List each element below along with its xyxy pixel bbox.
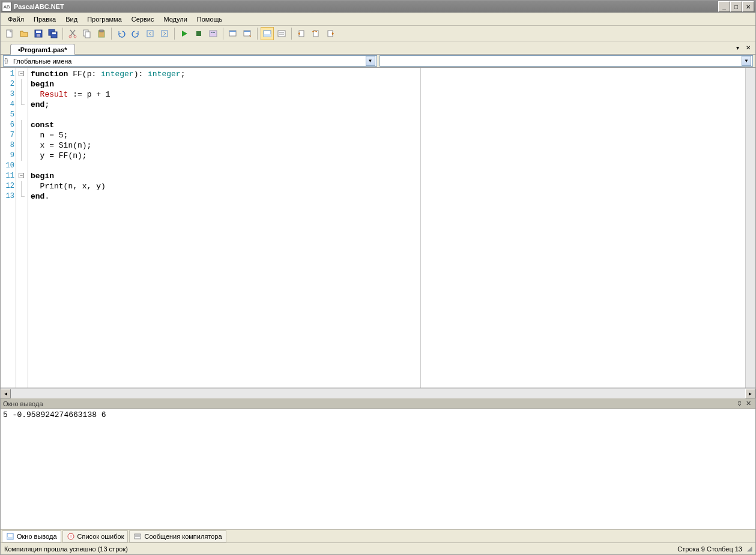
compile-button[interactable] xyxy=(207,27,220,40)
menu-file[interactable]: Файл xyxy=(3,14,29,24)
code-line[interactable]: n = 5; xyxy=(31,130,418,140)
tab-close-icon[interactable]: ✕ xyxy=(743,43,753,52)
fold-line xyxy=(16,89,28,100)
bottom-tabs: Окно вывода ! Список ошибок Сообщения ко… xyxy=(1,529,755,542)
output-text: 5 -0.958924274663138 6 xyxy=(3,410,106,419)
svg-text:!: ! xyxy=(70,534,71,539)
menu-view[interactable]: Вид xyxy=(61,14,82,24)
toolbar-sep-5 xyxy=(257,28,258,40)
scope-combo-text: Глобальные имена xyxy=(5,58,366,65)
bottom-tab-compiler[interactable]: Сообщения компилятора xyxy=(129,530,226,542)
horizontal-scrollbar[interactable]: ◄ ► xyxy=(1,388,755,398)
fold-column: −− xyxy=(16,68,28,388)
menu-modules[interactable]: Модули xyxy=(159,14,192,24)
code-line[interactable]: function FF(p: integer): integer; xyxy=(31,69,418,79)
menu-service[interactable]: Сервис xyxy=(127,14,159,24)
status-left: Компиляция прошла успешно (13 строк) xyxy=(4,545,128,553)
menubar: Файл Правка Вид Программа Сервис Модули … xyxy=(1,13,755,26)
fold-toggle[interactable]: − xyxy=(16,69,28,79)
maximize-button[interactable]: □ xyxy=(730,1,742,12)
resize-grip-icon[interactable]: ◢ xyxy=(742,545,752,553)
output-panel-button[interactable] xyxy=(261,27,274,40)
code-line[interactable]: y = FF(n); xyxy=(31,151,418,161)
menu-edit[interactable]: Правка xyxy=(29,14,61,24)
code-line[interactable]: end; xyxy=(31,100,418,110)
fold-end xyxy=(16,191,28,202)
output-close-icon[interactable]: ✕ xyxy=(744,400,753,407)
code-line[interactable]: begin xyxy=(31,79,418,89)
output-title: Окно вывода xyxy=(3,400,43,407)
pin-icon[interactable]: ⇕ xyxy=(735,400,744,407)
menu-program[interactable]: Программа xyxy=(82,14,127,24)
code-line[interactable]: Print(n, x, y) xyxy=(31,181,418,191)
code-line[interactable]: Result := p + 1 xyxy=(31,89,418,100)
fold-line xyxy=(16,181,28,191)
braces-icon: {} xyxy=(4,58,8,64)
open-file-button[interactable] xyxy=(17,27,31,40)
tab-menu-icon[interactable]: ▾ xyxy=(733,43,742,52)
fold-line xyxy=(16,151,28,161)
line-number: 12 xyxy=(1,181,14,191)
close-button[interactable]: ✕ xyxy=(742,1,754,12)
code-line[interactable] xyxy=(31,161,418,171)
hscroll-left-icon[interactable]: ◄ xyxy=(1,389,11,398)
svg-rect-17 xyxy=(211,32,213,33)
hscroll-right-icon[interactable]: ► xyxy=(745,389,755,398)
bottom-tab-output-label: Окно вывода xyxy=(17,533,57,540)
fold-line xyxy=(16,120,28,130)
run-button[interactable] xyxy=(178,27,191,40)
menu-help[interactable]: Помощь xyxy=(192,14,228,24)
scope-combo[interactable]: {} Глобальные имена ▼ xyxy=(3,55,377,67)
minimize-button[interactable]: _ xyxy=(718,1,730,12)
code-line[interactable]: const xyxy=(31,120,418,130)
code-line[interactable]: x = Sin(n); xyxy=(31,140,418,151)
svg-rect-16 xyxy=(210,31,217,37)
step-out-button[interactable] xyxy=(324,27,337,40)
toolbar-sep-2 xyxy=(111,28,112,40)
code-line[interactable]: begin xyxy=(31,171,418,181)
bottom-tab-errors[interactable]: ! Список ошибок xyxy=(62,530,129,542)
output-header: Окно вывода ⇕ ✕ xyxy=(1,398,755,409)
line-gutter: 12345678910111213 xyxy=(1,68,16,388)
svg-rect-25 xyxy=(278,31,285,37)
nav-back-button[interactable] xyxy=(144,27,157,40)
errors-icon: ! xyxy=(67,532,75,541)
save-button[interactable] xyxy=(32,27,45,40)
bottom-tab-errors-label: Список ошибок xyxy=(77,533,124,540)
scope-combo-arrow[interactable]: ▼ xyxy=(366,56,375,66)
save-all-button[interactable] xyxy=(46,27,59,40)
member-combo[interactable]: ▼ xyxy=(380,55,754,67)
fold-toggle[interactable]: − xyxy=(16,171,28,181)
line-number: 3 xyxy=(1,89,14,100)
svg-rect-22 xyxy=(244,31,250,32)
stop-button[interactable] xyxy=(192,27,205,40)
new-file-button[interactable] xyxy=(3,27,16,40)
form-designer-button[interactable] xyxy=(241,27,254,40)
cut-button[interactable] xyxy=(66,27,79,40)
tab-program1[interactable]: •Program1.pas* xyxy=(10,44,75,55)
new-form-button[interactable] xyxy=(226,27,240,40)
fold-line xyxy=(16,130,28,140)
step-into-button[interactable] xyxy=(295,27,308,40)
svg-rect-14 xyxy=(162,31,168,37)
code-area[interactable]: function FF(p: integer): integer;begin R… xyxy=(28,68,421,388)
nav-fwd-button[interactable] xyxy=(158,27,171,40)
output-body[interactable]: 5 -0.958924274663138 6 xyxy=(1,409,755,529)
code-line[interactable] xyxy=(31,110,418,120)
copy-button[interactable] xyxy=(80,27,94,40)
compiler-output-button[interactable] xyxy=(275,27,288,40)
line-number: 2 xyxy=(1,79,14,89)
toolbar-sep-4 xyxy=(223,28,223,40)
member-combo-arrow[interactable]: ▼ xyxy=(742,56,751,66)
document-tabs: •Program1.pas* ▾ ✕ xyxy=(1,41,755,55)
code-line[interactable]: end. xyxy=(31,191,418,202)
paste-button[interactable] xyxy=(95,27,108,40)
toolbar-sep-6 xyxy=(291,28,292,40)
line-number: 9 xyxy=(1,151,14,161)
undo-button[interactable] xyxy=(115,27,128,40)
step-over-button[interactable] xyxy=(309,27,322,40)
line-number: 10 xyxy=(1,161,14,171)
vertical-scrollbar[interactable] xyxy=(745,68,755,388)
bottom-tab-output[interactable]: Окно вывода xyxy=(2,530,61,542)
redo-button[interactable] xyxy=(129,27,142,40)
